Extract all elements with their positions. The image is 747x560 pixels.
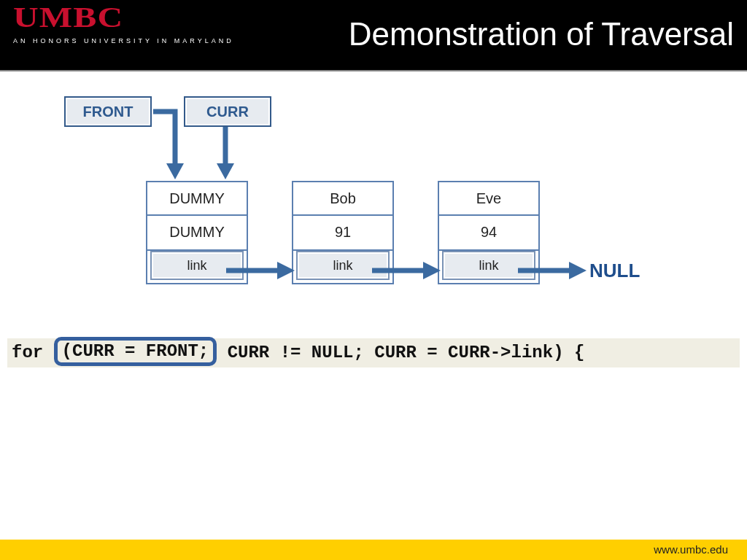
header: UMBC AN HONORS UNIVERSITY IN MARYLAND De… [0,0,747,70]
footer-url: www.umbc.edu [654,543,728,556]
node-name: Bob [292,181,394,216]
null-label: NULL [589,260,640,282]
code-highlight: (CURR = FRONT; [54,337,217,366]
code-pre: for [12,343,54,362]
curr-pointer-box: CURR [184,96,271,127]
node-value: 91 [292,216,394,251]
diagram: FRONT CURR DUMMY DUMMY link Bob 91 link … [0,70,747,515]
arrow-link-1 [226,260,295,281]
node-name: DUMMY [146,181,248,216]
svg-marker-8 [569,262,587,279]
svg-marker-4 [277,262,295,279]
slide-title: Demonstration of Traversal [349,16,734,52]
arrow-link-2 [372,260,441,281]
node-name: Eve [438,181,540,216]
svg-marker-6 [423,262,441,279]
logo: UMBC AN HONORS UNIVERSITY IN MARYLAND [13,0,234,44]
footer: www.umbc.edu [0,540,747,560]
arrow-front-to-dummy [124,109,182,182]
arrow-curr-to-dummy [214,127,236,181]
logo-text: UMBC [13,0,278,34]
node-value: DUMMY [146,216,248,251]
node-value: 94 [438,216,540,251]
code-line: for (CURR = FRONT; CURR != NULL; CURR = … [7,338,740,368]
svg-marker-2 [217,163,234,179]
svg-marker-0 [166,163,184,179]
arrow-link-null [518,260,587,281]
code-post: CURR != NULL; CURR = CURR->link) { [217,343,584,362]
logo-subtitle: AN HONORS UNIVERSITY IN MARYLAND [13,37,234,44]
